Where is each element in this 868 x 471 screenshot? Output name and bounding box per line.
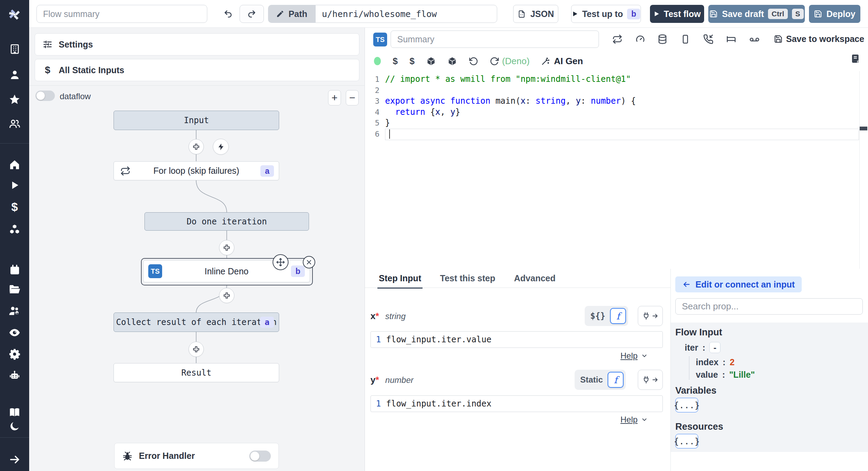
add-step-button[interactable] [219, 240, 234, 255]
error-handler-row[interactable]: Error Handler [114, 443, 279, 469]
home-icon[interactable] [0, 158, 29, 172]
refresh-runtime-button[interactable]: (Deno) [490, 56, 529, 67]
tab-advanced[interactable]: Advanced [513, 268, 557, 288]
mobile-icon[interactable] [680, 34, 691, 44]
prop-tree-section: Flow Input iter: - index: 2 value: "Lill… [671, 323, 868, 452]
tab-test-this-step[interactable]: Test this step [439, 268, 496, 288]
tree-key: iter [685, 343, 698, 353]
x-help-link[interactable]: Help [620, 351, 648, 361]
search-prop-input[interactable] [675, 298, 863, 315]
add-step-button[interactable] [219, 288, 234, 303]
zoom-out-button[interactable]: − [346, 90, 359, 105]
package-icon[interactable] [448, 57, 457, 66]
test-up-to-label: Test up to [582, 9, 623, 19]
tab-step-input[interactable]: Step Input [377, 268, 423, 288]
redo-button[interactable] [240, 5, 264, 23]
editor-ruler [859, 71, 860, 269]
scrollbar-thumb[interactable] [860, 127, 867, 130]
save-draft-button[interactable]: Save draft Ctrl S [708, 5, 805, 23]
tree-row-value[interactable]: value: "Lille" [696, 370, 755, 380]
book-open-icon[interactable] [0, 405, 29, 419]
y-expression-editor[interactable]: 1 flow_input.iter.index [370, 395, 663, 412]
tree-row-iter[interactable]: iter: - [685, 342, 720, 353]
settings-gear-icon[interactable] [0, 347, 29, 361]
save-to-workspace-button[interactable]: Save to workspace [774, 34, 864, 44]
x-input-mode-toggle[interactable]: ${} f [585, 306, 628, 326]
flow-node-for-loop[interactable]: For loop (skip failures) a [114, 161, 279, 180]
add-step-button[interactable] [189, 139, 204, 154]
folder-open-icon[interactable] [0, 282, 29, 296]
move-node-handle[interactable] [273, 254, 289, 270]
step-summary-input[interactable] [391, 31, 599, 48]
reset-icon[interactable] [469, 57, 478, 66]
flow-node-input[interactable]: Input [114, 111, 279, 130]
tree-guide-line [689, 357, 690, 379]
javascript-mode-option-selected[interactable]: f [608, 372, 624, 388]
error-handler-toggle[interactable] [249, 451, 271, 462]
eye-icon[interactable] [0, 326, 29, 340]
test-flow-button[interactable]: Test flow [650, 5, 704, 23]
flow-node-do-one-iteration[interactable]: Do one iteration [144, 212, 309, 231]
flow-node-result[interactable]: Result [114, 363, 279, 382]
static-mode-option[interactable]: Static [580, 375, 606, 385]
y-expression: flow_input.iter.index [386, 399, 491, 409]
zoom-in-button[interactable]: + [328, 90, 341, 105]
dataflow-toggle[interactable] [35, 91, 55, 101]
variables-expand-button[interactable]: {...} [675, 398, 698, 412]
moon-icon[interactable] [0, 419, 29, 433]
user-group-gear-icon[interactable] [0, 304, 29, 318]
add-step-button[interactable] [189, 342, 204, 357]
pencil-icon [276, 10, 284, 18]
route-frame-icon[interactable] [726, 34, 736, 44]
required-mark: * [375, 311, 379, 321]
path-badge[interactable]: Path [268, 5, 315, 23]
dollar-icon[interactable]: $ [393, 56, 398, 67]
javascript-mode-option-selected[interactable]: f [610, 308, 626, 324]
deploy-button[interactable]: Deploy [809, 5, 860, 23]
flow-node-collect-result[interactable]: Collect result of each iteration a [114, 312, 279, 332]
delete-node-button[interactable] [303, 256, 315, 268]
json-button[interactable]: JSON [513, 5, 558, 23]
library-book-icon[interactable] [850, 53, 861, 64]
code-editor[interactable]: 1// import * as wmill from "npm:windmill… [365, 71, 868, 269]
star-icon[interactable] [0, 93, 29, 106]
x-connect-input-button[interactable] [638, 306, 663, 326]
flow-summary-input[interactable] [36, 5, 207, 23]
building-icon[interactable] [0, 42, 29, 56]
repeat-trigger-icon[interactable] [612, 34, 623, 44]
play-icon[interactable] [0, 178, 29, 192]
all-static-inputs-button[interactable]: $ All Static Inputs [35, 59, 359, 81]
node-label: Inline Deno [205, 266, 248, 276]
edit-or-connect-button[interactable]: Edit or connect an input [675, 276, 802, 292]
tree-row-index[interactable]: index: 2 [696, 357, 735, 367]
y-input-mode-toggle[interactable]: Static f [575, 370, 626, 390]
add-trigger-button[interactable] [213, 139, 229, 155]
boxes-icon[interactable] [0, 222, 29, 236]
gauge-icon[interactable] [635, 34, 645, 44]
package-icon[interactable] [426, 57, 436, 66]
test-up-to-button[interactable]: Test up to b [571, 5, 641, 23]
x-expression-editor[interactable]: 1 flow_input.iter.value [370, 331, 663, 348]
dollar-icon[interactable]: $ [409, 56, 414, 67]
voicemail-icon[interactable] [749, 34, 760, 45]
template-mode-option[interactable]: ${} [590, 311, 609, 321]
path-input[interactable] [315, 5, 497, 23]
undo-button[interactable] [217, 5, 239, 23]
flow-settings-button[interactable]: Settings [35, 33, 359, 55]
y-help-link[interactable]: Help [620, 415, 648, 425]
windmill-logo[interactable] [0, 6, 29, 23]
wand-sparkles-icon [541, 57, 550, 66]
phone-incoming-icon[interactable] [703, 34, 713, 44]
all-static-inputs-label: All Static Inputs [59, 65, 124, 75]
robot-icon[interactable] [0, 369, 29, 383]
dollar-icon[interactable]: $ [0, 200, 29, 214]
calendar-icon[interactable] [0, 263, 29, 277]
y-connect-input-button[interactable] [638, 370, 663, 390]
user-icon[interactable] [0, 68, 29, 82]
user-group-icon[interactable] [0, 117, 29, 131]
collapse-node-button[interactable]: - [709, 342, 720, 353]
database-icon[interactable] [657, 34, 668, 44]
ai-gen-button[interactable]: AI Gen [541, 56, 583, 67]
resources-expand-button[interactable]: {...} [675, 434, 698, 448]
collapse-arrow-icon[interactable] [0, 453, 29, 466]
